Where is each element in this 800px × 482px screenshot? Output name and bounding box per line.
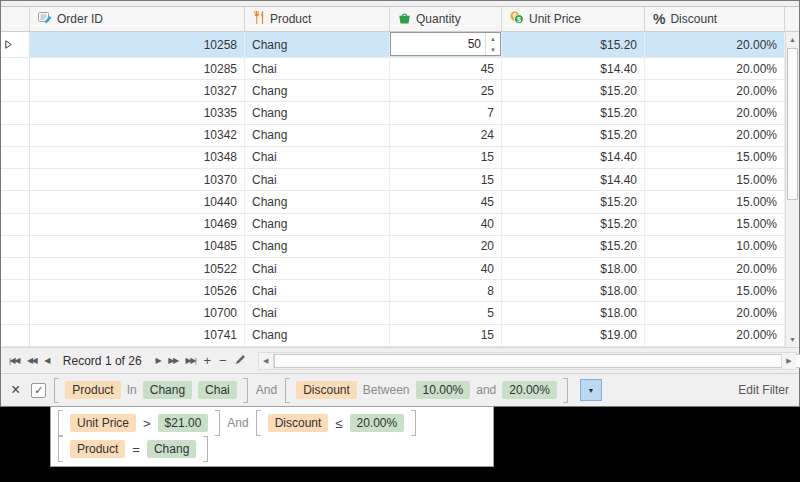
cell-quantity[interactable]: 45 ▲ ▼	[390, 58, 502, 79]
cell-discount[interactable]: 20.00%	[645, 58, 785, 79]
cell-quantity[interactable]: 45 ▲ ▼	[390, 191, 502, 212]
cell-unit-price[interactable]: $15.20	[502, 80, 645, 101]
cell-unit-price[interactable]: $18.00	[502, 280, 645, 301]
cell-discount[interactable]: 15.00%	[645, 147, 785, 168]
scroll-right-button[interactable]: ▶	[781, 353, 796, 369]
cell-product[interactable]: Chai	[245, 147, 390, 168]
cell-unit-price[interactable]: $15.20	[502, 125, 645, 146]
cell-order-id[interactable]: 10258	[30, 32, 245, 57]
cell-unit-price[interactable]: $15.20	[502, 191, 645, 212]
filter-enabled-checkbox[interactable]: ✓	[31, 383, 46, 398]
cell-order-id[interactable]: 10700	[30, 302, 245, 323]
filter-history-dropdown-button[interactable]: ▼	[580, 379, 602, 401]
cell-discount[interactable]: 15.00%	[645, 169, 785, 190]
filter-value-chip[interactable]: Chai	[198, 381, 237, 399]
column-header-order-id[interactable]: Order ID	[30, 7, 245, 31]
cell-discount[interactable]: 15.00%	[645, 280, 785, 301]
cell-order-id[interactable]: 10485	[30, 236, 245, 257]
cell-unit-price[interactable]: $15.20	[502, 236, 645, 257]
cell-quantity[interactable]: 24 ▲ ▼	[390, 125, 502, 146]
cell-discount[interactable]: 20.00%	[645, 80, 785, 101]
prev-record-button[interactable]: ◀	[40, 352, 53, 370]
cell-unit-price[interactable]: $18.00	[502, 258, 645, 279]
cell-quantity[interactable]: 25 ▲ ▼	[390, 80, 502, 101]
table-row[interactable]: 10485 Chang 20 ▲ ▼ $15.20 10.00%	[1, 236, 785, 258]
scroll-down-button[interactable]: ▼	[786, 332, 799, 347]
cell-order-id[interactable]: 10522	[30, 258, 245, 279]
cell-product[interactable]: Chai	[245, 302, 390, 323]
cell-product[interactable]: Chang	[245, 32, 390, 57]
filter-group-joiner[interactable]: And	[256, 383, 277, 397]
quantity-editor[interactable]: 50 ▲ ▼	[390, 32, 501, 56]
cell-discount[interactable]: 20.00%	[645, 302, 785, 323]
cell-order-id[interactable]: 10348	[30, 147, 245, 168]
cell-order-id[interactable]: 10741	[30, 325, 245, 346]
scroll-up-button[interactable]: ▲	[786, 32, 799, 47]
edit-record-button[interactable]	[231, 352, 250, 370]
cell-product[interactable]: Chang	[245, 102, 390, 123]
cell-discount[interactable]: 20.00%	[645, 325, 785, 346]
filter-history-item[interactable]: Product = Chang	[58, 436, 486, 462]
cell-unit-price[interactable]: $14.40	[502, 169, 645, 190]
cell-order-id[interactable]: 10342	[30, 125, 245, 146]
cell-product[interactable]: Chai	[245, 169, 390, 190]
table-row[interactable]: 10469 Chang 40 ▲ ▼ $15.20 15.00%	[1, 214, 785, 236]
cell-quantity[interactable]: 15 ▲ ▼	[390, 147, 502, 168]
filter-value-chip[interactable]: Chang	[143, 381, 192, 399]
filter-column-chip[interactable]: Product	[65, 381, 120, 399]
close-filter-icon[interactable]: ×	[11, 382, 20, 398]
cell-order-id[interactable]: 10440	[30, 191, 245, 212]
column-header-product[interactable]: Product	[245, 7, 390, 31]
cell-discount[interactable]: 15.00%	[645, 214, 785, 235]
vertical-scrollbar[interactable]: ▲ ▼	[785, 32, 799, 347]
cell-product[interactable]: Chang	[245, 214, 390, 235]
cell-discount[interactable]: 20.00%	[645, 32, 785, 57]
cell-quantity[interactable]: 15 ▲ ▼	[390, 169, 502, 190]
column-header-unit-price[interactable]: €$ Unit Price	[502, 7, 645, 31]
quantity-editor-value[interactable]: 50	[391, 33, 485, 55]
table-row[interactable]: 10440 Chang 45 ▲ ▼ $15.20 15.00%	[1, 191, 785, 213]
next-record-button[interactable]: ▶	[152, 352, 165, 370]
cell-order-id[interactable]: 10469	[30, 214, 245, 235]
filter-column-chip[interactable]: Discount	[296, 381, 357, 399]
cell-quantity[interactable]: 50 50 ▲ ▼	[390, 32, 502, 57]
cell-order-id[interactable]: 10335	[30, 102, 245, 123]
cell-order-id[interactable]: 10526	[30, 280, 245, 301]
cell-product[interactable]: Chai	[245, 280, 390, 301]
cell-quantity[interactable]: 40 ▲ ▼	[390, 258, 502, 279]
cell-unit-price[interactable]: $14.40	[502, 58, 645, 79]
cell-product[interactable]: Chang	[245, 125, 390, 146]
cell-product[interactable]: Chai	[245, 58, 390, 79]
table-row[interactable]: 10348 Chai 15 ▲ ▼ $14.40 15.00%	[1, 147, 785, 169]
column-header-quantity[interactable]: Quantity	[390, 7, 502, 31]
column-header-discount[interactable]: % Discount	[645, 7, 785, 31]
table-row[interactable]: 10258 Chang 50 50 ▲ ▼ $15.20 20.00%	[1, 32, 785, 58]
cell-order-id[interactable]: 10327	[30, 80, 245, 101]
cell-unit-price[interactable]: $14.40	[502, 147, 645, 168]
filter-history-item[interactable]: Unit Price > $21.00 And Discount ≤ 20.00…	[58, 410, 486, 436]
filter-value-chip[interactable]: 10.00%	[416, 381, 471, 399]
append-record-button[interactable]: +	[199, 352, 215, 370]
cell-quantity[interactable]: 15 ▲ ▼	[390, 325, 502, 346]
delete-record-button[interactable]: −	[215, 352, 231, 370]
cell-discount[interactable]: 20.00%	[645, 258, 785, 279]
cell-product[interactable]: Chang	[245, 236, 390, 257]
table-row[interactable]: 10526 Chai 8 ▲ ▼ $18.00 15.00%	[1, 280, 785, 302]
cell-order-id[interactable]: 10285	[30, 58, 245, 79]
edit-filter-link[interactable]: Edit Filter	[738, 383, 789, 397]
cell-quantity[interactable]: 8 ▲ ▼	[390, 280, 502, 301]
last-record-button[interactable]: ▶▶|	[182, 352, 200, 370]
cell-discount[interactable]: 20.00%	[645, 125, 785, 146]
prev-page-button[interactable]: ◀◀	[23, 352, 40, 370]
table-row[interactable]: 10370 Chai 15 ▲ ▼ $14.40 15.00%	[1, 169, 785, 191]
cell-product[interactable]: Chang	[245, 191, 390, 212]
filter-operator[interactable]: In	[127, 383, 137, 397]
cell-discount[interactable]: 20.00%	[645, 102, 785, 123]
cell-order-id[interactable]: 10370	[30, 169, 245, 190]
scroll-left-button[interactable]: ◀	[259, 353, 274, 369]
table-row[interactable]: 10327 Chang 25 ▲ ▼ $15.20 20.00%	[1, 80, 785, 102]
cell-discount[interactable]: 10.00%	[645, 236, 785, 257]
cell-unit-price[interactable]: $19.00	[502, 325, 645, 346]
first-record-button[interactable]: |◀◀	[5, 352, 23, 370]
cell-unit-price[interactable]: $18.00	[502, 302, 645, 323]
